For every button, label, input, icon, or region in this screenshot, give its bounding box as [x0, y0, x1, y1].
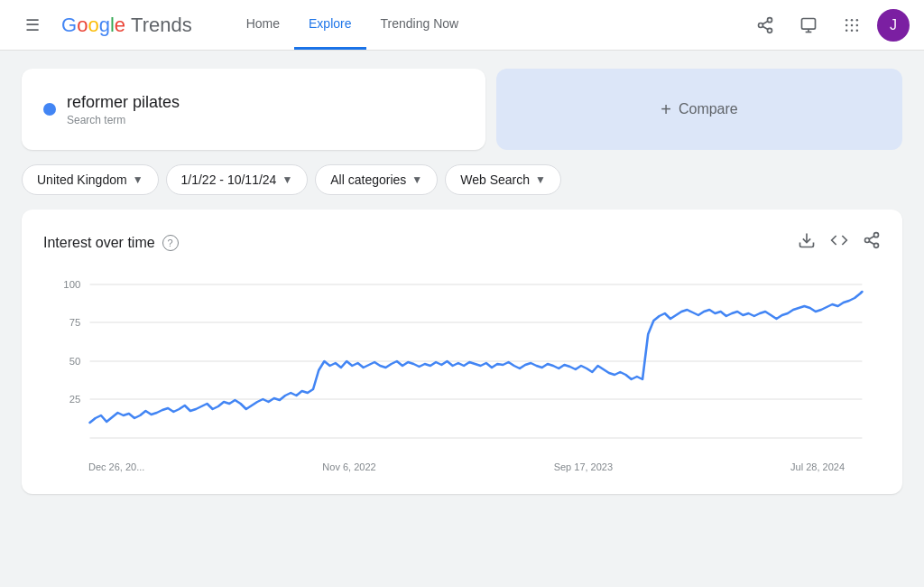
date-filter-arrow: ▼ — [282, 173, 292, 186]
search-card: reformer pilates Search term — [22, 69, 485, 150]
download-button[interactable] — [798, 231, 816, 254]
share-button[interactable] — [747, 7, 783, 43]
chart-card: Interest over time ? — [22, 210, 902, 494]
svg-point-8 — [845, 18, 848, 21]
nav-explore[interactable]: Explore — [294, 0, 365, 50]
help-icon[interactable]: ? — [162, 235, 179, 251]
search-dot — [43, 103, 56, 116]
avatar[interactable]: J — [877, 9, 910, 42]
svg-point-19 — [865, 238, 870, 243]
interest-chart: 100 75 50 25 — [43, 275, 881, 456]
x-label-1: Dec 26, 20... — [88, 461, 144, 472]
compare-plus-icon: + — [661, 99, 671, 120]
chart-container: 100 75 50 25 — [43, 275, 881, 456]
feedback-button[interactable] — [790, 7, 827, 43]
apps-icon — [843, 16, 861, 34]
chart-share-button[interactable] — [863, 231, 881, 254]
x-axis-labels: Dec 26, 20... Nov 6, 2022 Sep 17, 2023 J… — [43, 456, 881, 472]
svg-line-3 — [762, 26, 768, 29]
svg-text:75: 75 — [69, 317, 81, 328]
header-right: J — [747, 7, 910, 43]
region-filter[interactable]: United Kingdom ▼ — [22, 164, 159, 195]
x-label-2: Nov 6, 2022 — [322, 461, 375, 472]
x-label-3: Sep 17, 2023 — [554, 461, 613, 472]
nav-home[interactable]: Home — [232, 0, 294, 50]
svg-point-18 — [874, 233, 879, 238]
svg-text:25: 25 — [69, 394, 81, 405]
chart-title: Interest over time — [43, 235, 155, 251]
svg-point-0 — [768, 17, 772, 22]
compare-card[interactable]: + Compare — [496, 69, 902, 150]
nav-trending-now[interactable]: Trending Now — [366, 0, 474, 50]
svg-point-14 — [845, 29, 848, 32]
feedback-icon — [799, 16, 818, 34]
svg-point-15 — [851, 29, 854, 32]
chart-header: Interest over time ? — [43, 231, 881, 254]
header: ☰ Google Trends Home Explore Trending No… — [0, 0, 924, 51]
search-label: Search term — [67, 114, 180, 126]
chart-actions — [798, 231, 881, 254]
svg-point-10 — [856, 18, 859, 21]
logo-trends: Trends — [131, 14, 192, 37]
share-icon — [756, 16, 774, 34]
search-area: reformer pilates Search term + Compare — [22, 69, 902, 150]
apps-button[interactable] — [834, 7, 870, 43]
search-text-group: reformer pilates Search term — [67, 93, 180, 126]
svg-point-20 — [874, 243, 879, 247]
svg-point-9 — [851, 18, 854, 21]
svg-point-13 — [856, 23, 859, 26]
svg-rect-5 — [802, 18, 816, 29]
svg-text:100: 100 — [63, 279, 80, 290]
svg-line-21 — [869, 241, 874, 244]
header-left: ☰ Google Trends Home Explore Trending No… — [14, 0, 747, 50]
svg-point-11 — [845, 23, 848, 26]
category-filter-arrow: ▼ — [411, 173, 422, 186]
svg-point-16 — [856, 29, 859, 32]
svg-line-22 — [869, 236, 874, 238]
category-filter[interactable]: All categories ▼ — [315, 164, 438, 195]
main-content: reformer pilates Search term + Compare U… — [0, 51, 924, 512]
search-type-filter[interactable]: Web Search ▼ — [445, 164, 561, 195]
chart-share-icon — [863, 231, 881, 249]
menu-icon[interactable]: ☰ — [14, 7, 51, 43]
embed-button[interactable] — [830, 231, 848, 254]
svg-line-4 — [762, 21, 768, 23]
search-term: reformer pilates — [67, 93, 180, 112]
main-nav: Home Explore Trending Now — [232, 0, 473, 50]
date-filter[interactable]: 1/1/22 - 10/11/24 ▼ — [166, 164, 309, 195]
svg-text:50: 50 — [69, 356, 81, 367]
svg-point-1 — [759, 23, 763, 27]
download-icon — [798, 231, 816, 249]
logo[interactable]: Google Trends — [61, 14, 192, 37]
logo-google: Google — [61, 14, 125, 37]
region-filter-arrow: ▼ — [133, 173, 143, 186]
svg-point-12 — [851, 23, 854, 26]
search-type-filter-arrow: ▼ — [535, 173, 546, 186]
chart-title-area: Interest over time ? — [43, 235, 179, 251]
embed-icon — [830, 231, 848, 249]
svg-point-2 — [768, 28, 772, 33]
compare-label: Compare — [679, 101, 738, 117]
filter-bar: United Kingdom ▼ 1/1/22 - 10/11/24 ▼ All… — [22, 164, 902, 195]
x-label-4: Jul 28, 2024 — [790, 461, 845, 472]
